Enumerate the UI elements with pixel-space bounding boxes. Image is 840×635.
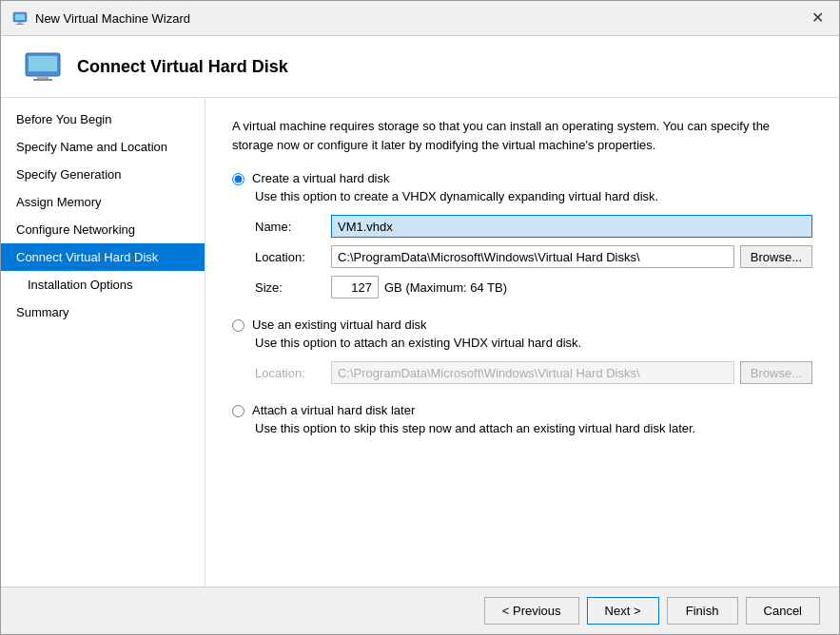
svg-rect-3 <box>16 24 24 25</box>
page-title: Connect Virtual Hard Disk <box>77 57 288 77</box>
location2-input <box>331 361 734 384</box>
name-field-row: Name: <box>255 215 812 238</box>
title-bar-left: New Virtual Machine Wizard <box>12 10 190 26</box>
size-input[interactable] <box>331 276 379 298</box>
svg-rect-7 <box>33 79 52 81</box>
name-label: Name: <box>255 220 331 234</box>
finish-button[interactable]: Finish <box>667 597 738 625</box>
location2-label: Location: <box>255 366 331 380</box>
svg-rect-1 <box>15 14 25 20</box>
wizard-window: New Virtual Machine Wizard ✕ Connect Vir… <box>0 0 840 635</box>
size-label: Size: <box>255 280 331 295</box>
location-field-row: Location: Browse... <box>255 245 812 268</box>
option2-group: Use an existing virtual hard disk Use th… <box>232 318 812 384</box>
svg-rect-6 <box>37 76 49 79</box>
description-text: A virtual machine requires storage so th… <box>232 117 812 154</box>
svg-rect-2 <box>18 22 22 24</box>
next-button[interactable]: Next > <box>587 597 659 625</box>
title-bar: New Virtual Machine Wizard ✕ <box>1 1 839 36</box>
cancel-button[interactable]: Cancel <box>746 597 820 625</box>
option2-desc: Use this option to attach an existing VH… <box>255 336 812 350</box>
browse-button-1[interactable]: Browse... <box>740 245 812 268</box>
header-icon <box>24 51 62 82</box>
svg-rect-5 <box>29 56 57 71</box>
window-title: New Virtual Machine Wizard <box>35 11 190 26</box>
option1-group: Create a virtual hard disk Use this opti… <box>232 171 812 298</box>
sidebar-item-assign-memory[interactable]: Assign Memory <box>1 188 205 216</box>
previous-button[interactable]: < Previous <box>484 597 579 625</box>
sidebar: Before You Begin Specify Name and Locati… <box>1 98 205 587</box>
browse-button-2: Browse... <box>740 361 812 384</box>
sidebar-item-connect-virtual-hard-disk[interactable]: Connect Virtual Hard Disk <box>1 243 205 271</box>
option1-radio[interactable] <box>232 173 244 185</box>
option2-radio-row: Use an existing virtual hard disk <box>232 318 812 332</box>
option3-radio-row: Attach a virtual hard disk later <box>232 403 812 417</box>
size-field-row: Size: GB (Maximum: 64 TB) <box>255 276 812 298</box>
close-button[interactable]: ✕ <box>808 9 828 28</box>
main-content: A virtual machine requires storage so th… <box>205 98 839 587</box>
sidebar-item-specify-generation[interactable]: Specify Generation <box>1 161 205 188</box>
sidebar-item-installation-options[interactable]: Installation Options <box>1 271 205 298</box>
option2-label[interactable]: Use an existing virtual hard disk <box>252 318 427 332</box>
footer: < Previous Next > Finish Cancel <box>1 587 839 634</box>
option3-desc: Use this option to skip this step now an… <box>255 421 812 435</box>
location-label: Location: <box>255 250 331 264</box>
option1-radio-row: Create a virtual hard disk <box>232 171 812 185</box>
option1-desc: Use this option to create a VHDX dynamic… <box>255 189 812 203</box>
sidebar-item-specify-name-location[interactable]: Specify Name and Location <box>1 133 205 161</box>
location-input[interactable] <box>331 245 734 268</box>
page-header: Connect Virtual Hard Disk <box>1 36 839 98</box>
sidebar-item-summary[interactable]: Summary <box>1 298 205 326</box>
sidebar-item-configure-networking[interactable]: Configure Networking <box>1 216 205 243</box>
option3-group: Attach a virtual hard disk later Use thi… <box>232 403 812 435</box>
option3-radio[interactable] <box>232 405 244 417</box>
option2-fields: Location: Browse... <box>255 361 812 384</box>
location2-field-row: Location: Browse... <box>255 361 812 384</box>
name-input[interactable] <box>331 215 812 238</box>
sidebar-item-before-you-begin[interactable]: Before You Begin <box>1 106 205 133</box>
option1-fields: Name: Location: Browse... Size: GB (Maxi… <box>255 215 812 298</box>
option1-label[interactable]: Create a virtual hard disk <box>252 171 390 185</box>
size-suffix: GB (Maximum: 64 TB) <box>384 280 507 295</box>
window-icon <box>12 10 28 26</box>
option2-radio[interactable] <box>232 319 244 332</box>
option3-label[interactable]: Attach a virtual hard disk later <box>252 403 415 417</box>
content-area: Before You Begin Specify Name and Locati… <box>1 98 839 587</box>
